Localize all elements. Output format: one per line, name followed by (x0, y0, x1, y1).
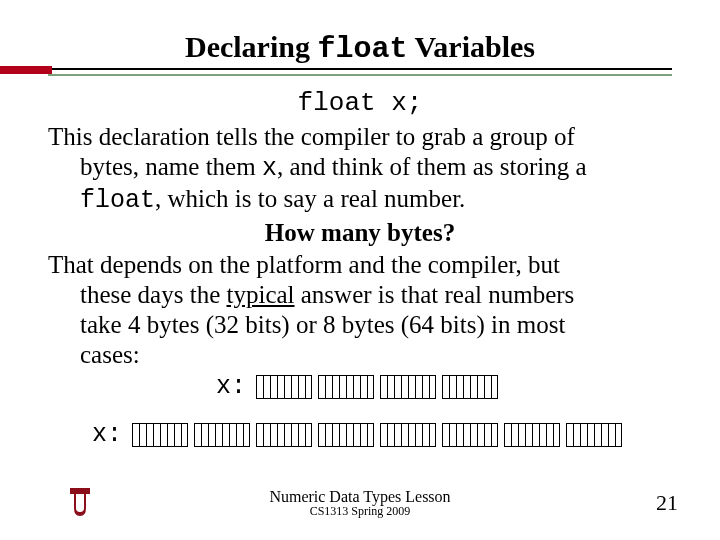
p2-l2a: these days the (80, 281, 226, 308)
p1-l2a: bytes, name them (80, 153, 262, 180)
footer-line2: CS1313 Spring 2009 (269, 505, 450, 518)
accent-bar (0, 66, 52, 74)
paragraph-1: This declaration tells the compiler to g… (48, 122, 672, 216)
bits-row-64: x: (92, 420, 672, 450)
p1-line1: This declaration tells the compiler to g… (48, 123, 575, 150)
subheading: How many bytes? (48, 218, 672, 248)
p2-typical: typical (226, 281, 294, 308)
title-pre: Declaring (185, 30, 317, 63)
slide-title: Declaring float Variables (48, 30, 672, 66)
title-code: float (317, 32, 407, 66)
p2-l4: cases: (80, 341, 140, 368)
p2-line1: That depends on the platform and the com… (48, 251, 560, 278)
footer-line1: Numeric Data Types Lesson (269, 489, 450, 506)
bits-label-32: x: (216, 372, 246, 402)
p2-l3: take 4 bytes (32 bits) or 8 bytes (64 bi… (80, 311, 565, 338)
slide: Declaring float Variables float x; This … (0, 0, 720, 540)
page-number: 21 (656, 490, 678, 516)
title-underline (48, 68, 672, 76)
bits-64 (132, 423, 628, 447)
footer-text: Numeric Data Types Lesson CS1313 Spring … (269, 489, 450, 518)
p1-l2b: , and think of them as storing a (277, 153, 587, 180)
footer: Numeric Data Types Lesson CS1313 Spring … (0, 489, 720, 518)
code-declaration: float x; (48, 88, 672, 118)
title-post: Variables (407, 30, 535, 63)
bits-label-64: x: (92, 420, 122, 450)
body-text: This declaration tells the compiler to g… (48, 122, 672, 450)
bits-32 (256, 375, 504, 399)
p1-l3code: float (80, 186, 155, 215)
bits-row-32: x: (48, 372, 672, 402)
hr-top (48, 68, 672, 70)
paragraph-2: That depends on the platform and the com… (48, 250, 672, 370)
hr-bottom (48, 74, 672, 76)
p1-l3rest: , which is to say a real number. (155, 185, 465, 212)
p2-l2b: answer is that real numbers (295, 281, 575, 308)
p1-var: x (262, 154, 277, 183)
